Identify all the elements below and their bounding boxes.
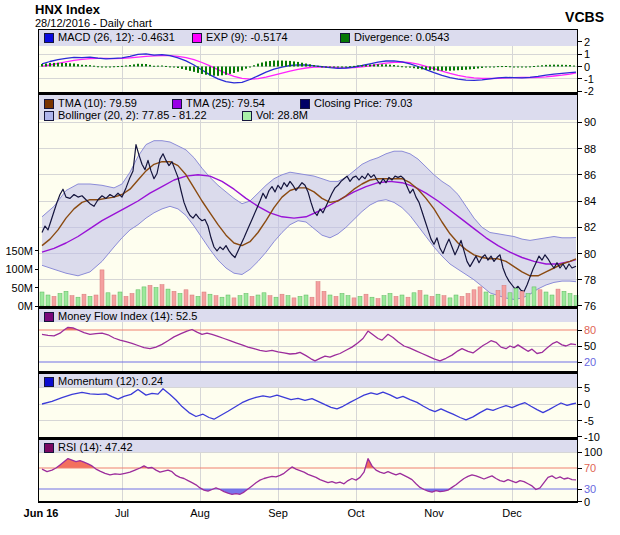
legend-volume: Vol: 28.8M	[242, 110, 308, 121]
axis-tick-label: 86	[584, 169, 596, 181]
x-axis-month-label: Aug	[190, 507, 210, 519]
axis-tick-label: 80	[584, 324, 596, 336]
axis-tick-label: 50	[584, 340, 596, 352]
legend-momentum: Momentum (12): 0.24	[44, 376, 163, 387]
tma25-color-swatch	[172, 99, 182, 109]
x-axis-month-label: Oct	[347, 507, 364, 519]
legend-divergence-label: Divergence: 0.0543	[354, 32, 449, 43]
axis-tick-label: 0	[584, 398, 590, 410]
legend-macd: MACD (26, 12): -0.4631	[44, 32, 175, 43]
legend-closing-price-label: Closing Price: 79.03	[314, 98, 412, 109]
axis-tick-label: 90	[584, 116, 596, 128]
legend-volume-label: Vol: 28.8M	[256, 110, 308, 121]
axis-tick-label: 80	[584, 248, 596, 260]
x-axis-month-label: Nov	[424, 507, 444, 519]
axis-tick-label: 70	[584, 462, 596, 474]
legend-mfi-label: Money Flow Index (14): 52.5	[58, 311, 197, 322]
axis-tick-label: 2	[584, 36, 590, 48]
legend-mfi: Money Flow Index (14): 52.5	[44, 311, 197, 322]
axis-tick-label: -2	[584, 85, 594, 97]
axis-tick-label: 0	[584, 496, 590, 508]
axis-tick-label: 20	[584, 356, 596, 368]
axis-tick-label: 0	[584, 61, 590, 73]
legend-closing-price: Closing Price: 79.03	[300, 98, 412, 109]
legend-bollinger: Bollinger (20, 2): 77.85 - 81.22	[44, 110, 207, 121]
axis-tick-label: 100M	[5, 263, 33, 275]
legend-exp: EXP (9): -0.5174	[192, 32, 288, 43]
axis-tick-label: -5	[584, 415, 594, 427]
legend-divergence: Divergence: 0.0543	[340, 32, 449, 43]
macd-color-swatch	[44, 33, 54, 43]
legend-momentum-label: Momentum (12): 0.24	[58, 376, 163, 387]
closing-price-color-swatch	[300, 99, 310, 109]
legend-tma10-label: TMA (10): 79.59	[58, 98, 137, 109]
momentum-color-swatch	[44, 377, 54, 387]
exp-color-swatch	[192, 33, 202, 43]
tma10-color-swatch	[44, 99, 54, 109]
legend-exp-label: EXP (9): -0.5174	[206, 32, 288, 43]
rsi-color-swatch	[44, 443, 54, 453]
mfi-color-swatch	[44, 312, 54, 322]
axis-tick-label: 88	[584, 143, 596, 155]
legend-rsi-label: RSI (14): 47.42	[58, 442, 133, 453]
x-axis-month-label: Sep	[268, 507, 288, 519]
axis-tick-label: 78	[584, 274, 596, 286]
axis-tick-label: 150M	[5, 245, 33, 257]
volume-color-swatch	[242, 111, 252, 121]
x-axis-month-label: Jul	[115, 507, 129, 519]
x-axis-start-label: Jun 16	[24, 507, 59, 519]
axis-tick-label: -10	[584, 431, 600, 443]
legend-bollinger-label: Bollinger (20, 2): 77.85 - 81.22	[58, 110, 207, 121]
axis-tick-label: 76	[584, 300, 596, 312]
axis-tick-label: 1	[584, 48, 590, 60]
legend-tma25-label: TMA (25): 79.54	[186, 98, 265, 109]
legend-macd-label: MACD (26, 12): -0.4631	[58, 32, 175, 43]
axis-tick-label: 84	[584, 195, 596, 207]
legend-tma25: TMA (25): 79.54	[172, 98, 265, 109]
axis-tick-label: 5	[584, 382, 590, 394]
divergence-color-swatch	[340, 33, 350, 43]
axis-tick-label: 100	[584, 446, 602, 458]
axis-tick-label: 50M	[12, 282, 33, 294]
axis-tick-label: 30	[584, 483, 596, 495]
x-axis-month-label: Dec	[502, 507, 522, 519]
legend-rsi: RSI (14): 47.42	[44, 442, 133, 453]
axis-tick-label: 82	[584, 221, 596, 233]
chart-canvas: 210-1-2908886848280787680502050-5-101007…	[0, 0, 620, 535]
axis-tick-label: 0M	[18, 300, 33, 312]
legend-tma10: TMA (10): 79.59	[44, 98, 137, 109]
axis-tick-label: -1	[584, 73, 594, 85]
chart-window: HNX Index 28/12/2016 - Daily chart VCBS …	[0, 0, 620, 535]
bollinger-color-swatch	[44, 111, 54, 121]
